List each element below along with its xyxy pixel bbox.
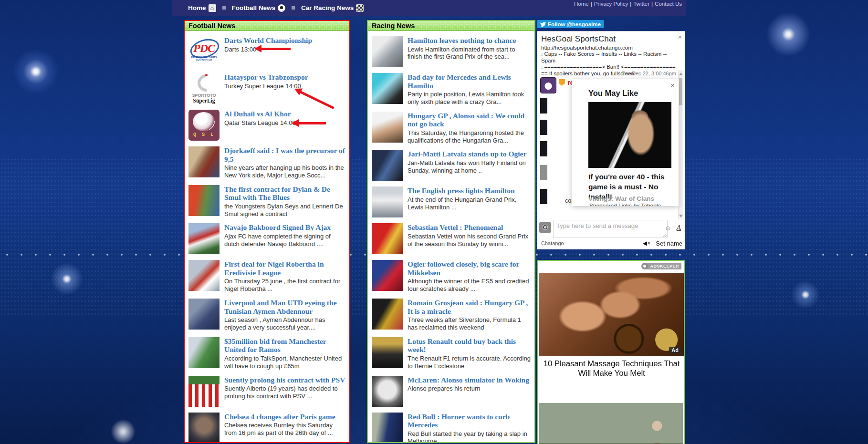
article-description: Qatar Stars League 14:00 [224,119,345,127]
chatango-brand-link[interactable]: Chatango [541,240,564,246]
article-description: This Saturday, the Hungaroring hosted th… [408,129,531,145]
popup-sponsored-label[interactable]: Sponsored Links by Taboola [572,203,679,206]
photo-mercedes-duo[interactable] [372,73,403,104]
photo-latvala-cockpit[interactable] [372,150,403,181]
article-title-link[interactable]: First deal for Nigel Robertha in Eredivi… [224,260,345,277]
text-format-icon[interactable]: A [677,224,681,232]
scrollbar-thumb[interactable] [679,78,682,105]
article-title-link[interactable]: Navajo Bakboord Signed By Ajax [224,223,345,232]
top-link-home[interactable]: Home [574,1,589,7]
set-name-link[interactable]: Set name [656,240,682,247]
user-avatar[interactable] [540,77,556,93]
popup-close-icon[interactable]: × [670,81,675,89]
article-title-link[interactable]: The first contract for Dylan & De Smul w… [224,185,345,202]
chat-footer: Chatango ◀× Set name [537,238,685,249]
top-link-twitter[interactable]: Twitter [633,1,649,7]
news-item: Bad day for Mercedes and Lewis Hamilto P… [372,73,531,106]
qsl-logo[interactable]: Q S L [188,110,220,141]
adskeeper-label: ADSKEEPER [646,263,681,269]
article-title-link[interactable]: Ogier followed closely, big scare for Mi… [408,260,531,277]
twitter-follow-button[interactable]: Follow @hesgoalme [537,20,604,28]
photo-ogier-cap[interactable] [372,260,403,291]
top-link-privacy-policy[interactable]: Privacy Policy [594,1,628,7]
news-item: Red Bull : Horner wants to curb Mercedes… [372,413,531,443]
scroll-up-icon[interactable] [679,72,683,75]
article-title-link[interactable]: Jari-Matti Latvala stands up to Ogier [408,150,531,158]
news-item: Hungary GP , Alonso said : We could not … [372,112,531,145]
article-title-link[interactable]: Al Duhail vs Al Khor [224,110,345,118]
supertoto-logo[interactable]: SPORTOTOSüperLig [188,73,220,104]
photo-djorkaeff[interactable] [188,146,220,177]
article-description: Alonso prepares his return [408,385,531,392]
photo-alonso-cap[interactable] [372,112,403,143]
twitter-follow-label: Follow @hesgoalme [548,21,601,27]
news-item: McLaren: Alonso simulator in Woking Alon… [372,376,531,407]
article-title-link[interactable]: Hamilton leaves nothing to chance [408,36,531,45]
nav-link-football-news[interactable]: Football News [232,4,286,12]
article-title-link[interactable]: Lotus Renault could buy back this week! [408,337,531,354]
car-ad-image[interactable] [539,403,683,444]
photo-redbull-car[interactable] [372,413,403,443]
article-title-link[interactable]: Romain Grosjean said : Hungary GP , It i… [408,299,531,315]
photo-mclaren-alonso[interactable] [372,376,403,407]
smiley-icon[interactable]: ☺ [665,224,671,232]
massage-ad-caption[interactable]: 10 Pleasant Massage Techniques That Will… [539,359,684,379]
main-nav-links: Home⌂Football NewsCar Racing News [188,0,364,16]
news-item: Suently prolong his contract with PSV Su… [188,376,345,407]
article-description: Ajax FC have completed the signing of du… [224,233,345,248]
scroll-down-icon[interactable] [679,215,683,217]
pdc-logo[interactable]: PDCPROFESSIONAL DARTS CORPORATION [188,36,220,67]
article-description: Sebastian Vettel won his second Grand Pr… [408,233,531,248]
article-title-link[interactable]: Hungary GP , Alonso said : We could not … [408,112,531,128]
chat-message-input[interactable] [553,220,668,238]
article-description: Nine years after hanging up his boots in… [224,164,345,179]
chat-scrollbar[interactable] [678,71,683,219]
racing-news-column: Racing News Hamilton leaves nothing to c… [367,20,535,443]
photo-psv[interactable] [188,376,220,407]
article-description: Party in pole position, Lewis Hamilton t… [408,91,531,106]
article-title-link[interactable]: Red Bull : Horner wants to curb Mercedes [408,413,531,429]
article-description: The Renault F1 return is accurate. Accor… [408,355,531,370]
mute-icon[interactable]: ◀× [643,240,650,247]
photo-abdennour[interactable] [188,299,220,330]
annotation-arrow-qatar [292,119,326,127]
top-link-contact-us[interactable]: Contact Us [655,1,682,7]
photo-hamilton-portrait[interactable] [372,36,403,67]
article-description: the Youngsters Dylan Seys and Lennert De… [224,203,345,218]
top-navbar: Home⌂Football NewsCar Racing News Home|P… [172,0,686,16]
article-title-link[interactable]: McLaren: Alonso simulator in Woking [408,376,531,384]
photo-lotus-garage[interactable] [372,337,403,368]
photo-mourinho[interactable] [188,413,220,443]
article-title-link[interactable]: Suently prolong his contract with PSV [224,376,345,384]
article-title-link[interactable]: The English press lights Hamilton [408,186,531,195]
photo-ajax[interactable] [188,223,220,254]
photo-grosjean-car[interactable] [372,299,403,330]
chat-title: HesGoal SportsChat [541,34,616,44]
article-title-link[interactable]: Djorkaeff said : I was the precursor of … [224,146,345,163]
photo-robertha[interactable] [188,260,220,291]
article-title-link[interactable]: Hatayspor vs Trabzonspor [224,73,345,82]
massage-ad-image[interactable]: Ad [539,273,684,356]
article-description: Although the winner of the ES5 and credi… [408,278,531,293]
adskeeper-logo[interactable]: ADSKEEPER [641,263,681,269]
photo-ramos[interactable] [188,337,220,368]
article-title-link[interactable]: Darts World Championship [224,36,345,45]
nav-link-car-racing-news[interactable]: Car Racing News [301,4,364,12]
article-title-link[interactable]: Sebastian Vettel : Phenomenal [408,223,531,232]
photo-dylan[interactable] [188,185,220,216]
news-item: Navajo Bakboord Signed By Ajax Ajax FC h… [188,223,345,254]
article-title-link[interactable]: Bad day for Mercedes and Lewis Hamilto [408,73,531,90]
football-news-list: PDCPROFESSIONAL DARTS CORPORATION Darts … [185,36,349,443]
chat-close-icon[interactable]: × [678,33,682,41]
article-title-link[interactable]: Chelsea 4 changes after Paris game [224,413,345,421]
nav-link-home[interactable]: Home⌂ [188,4,216,12]
news-item: Lotus Renault could buy back this week! … [372,337,531,370]
photo-vettel-trophy[interactable] [372,223,403,254]
camera-icon[interactable] [539,222,551,233]
article-title-link[interactable]: Liverpool and Man UTD eyeing the Tunisia… [224,299,345,315]
popup-ad-image[interactable] [588,102,671,168]
news-item: The first contract for Dylan & De Smul w… [188,185,345,218]
photo-hamilton-helmet[interactable] [372,186,403,217]
article-title-link[interactable]: $35million bid from Manchester United fo… [224,337,345,354]
ad-badge: Ad [669,347,681,353]
